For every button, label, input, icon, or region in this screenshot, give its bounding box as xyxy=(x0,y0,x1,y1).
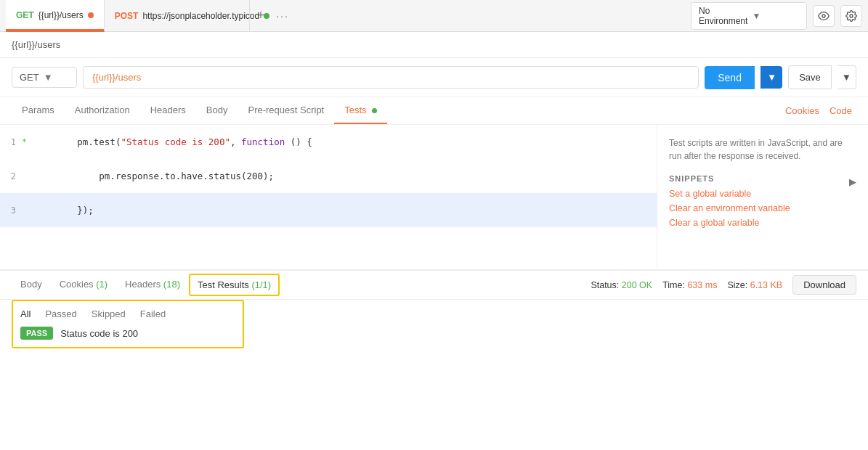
tab-method-post: POST xyxy=(115,11,139,21)
main-area: 1 * pm.test("Status code is 200", functi… xyxy=(0,125,868,270)
pass-badge: PASS xyxy=(20,327,53,340)
test-results-content: All Passed Skipped Failed PASS Status co… xyxy=(0,300,868,360)
size-label: Size: 6.13 KB xyxy=(727,280,782,290)
sub-nav-right: Cookies Code xyxy=(781,98,856,123)
size-value: 6.13 KB xyxy=(750,280,782,290)
code-line-2: 2 pm.response.to.have.status(200); xyxy=(0,159,657,193)
method-chevron-icon: ▼ xyxy=(44,72,53,83)
tab-actions: + ··· xyxy=(254,8,292,23)
nav-params[interactable]: Params xyxy=(12,97,65,124)
nav-pre-request[interactable]: Pre-request Script xyxy=(238,97,334,124)
line-number-2: 2 xyxy=(0,171,22,181)
sub-nav: Params Authorization Headers Body Pre-re… xyxy=(0,97,868,125)
snippet-set-global[interactable]: Set a global variable xyxy=(669,189,856,199)
svg-point-1 xyxy=(850,15,853,17)
snippets-expand-icon[interactable]: ▶ xyxy=(849,176,856,187)
nav-authorization[interactable]: Authorization xyxy=(65,97,140,124)
response-tab-test-results[interactable]: Test Results (1/1) xyxy=(189,274,280,296)
code-content-2: pm.response.to.have.status(200); xyxy=(33,160,657,192)
tab-method-get: GET xyxy=(16,10,34,20)
code-line-3: 3 }); xyxy=(0,193,657,227)
nav-headers[interactable]: Headers xyxy=(140,97,196,124)
line-number-1: 1 xyxy=(0,137,22,147)
snippets-title: SNIPPETS xyxy=(669,174,714,183)
response-tab-headers[interactable]: Headers (18) xyxy=(116,271,189,298)
code-link[interactable]: Code xyxy=(825,98,856,123)
status-label: Status: 200 OK xyxy=(591,280,652,290)
code-line-1: 1 * pm.test("Status code is 200", functi… xyxy=(0,125,657,159)
code-content-3: }); xyxy=(33,194,657,226)
response-area: Body Cookies (1) Headers (18) Test Resul… xyxy=(0,270,868,360)
tab-url-get: {{url}}/users xyxy=(38,10,84,20)
filter-tabs: All Passed Skipped Failed xyxy=(20,308,235,319)
environment-selector[interactable]: No Environment ▼ xyxy=(691,2,807,30)
code-editor[interactable]: 1 * pm.test("Status code is 200", functi… xyxy=(0,125,657,269)
save-button[interactable]: Save xyxy=(788,65,832,89)
svg-point-0 xyxy=(822,15,825,17)
filter-passed[interactable]: Passed xyxy=(45,308,76,319)
tab-dot-post xyxy=(264,13,269,19)
url-input[interactable] xyxy=(83,66,699,89)
download-button[interactable]: Download xyxy=(792,275,856,295)
save-dropdown-button[interactable]: ▼ xyxy=(837,65,856,89)
env-area: No Environment ▼ xyxy=(691,2,862,30)
time-value: 633 ms xyxy=(687,280,717,290)
snippets-panel: Test scripts are written in JavaScript, … xyxy=(657,125,868,269)
snippet-clear-env[interactable]: Clear an environment variable xyxy=(669,203,856,213)
test-results-container: All Passed Skipped Failed PASS Status co… xyxy=(12,300,244,348)
test-name: Status code is 200 xyxy=(60,328,138,339)
send-button[interactable]: Send xyxy=(705,66,755,89)
line-number-3: 3 xyxy=(0,205,22,216)
test-row-1: PASS Status code is 200 xyxy=(20,327,235,340)
response-tab-body[interactable]: Body xyxy=(12,271,51,298)
time-label: Time: 633 ms xyxy=(662,280,717,290)
line-marker-1: * xyxy=(22,137,33,147)
settings-icon-button[interactable] xyxy=(840,5,862,27)
filter-skipped[interactable]: Skipped xyxy=(92,308,126,319)
snippet-clear-global[interactable]: Clear a global variable xyxy=(669,218,856,228)
status-area: Status: 200 OK Time: 633 ms Size: 6.13 K… xyxy=(591,275,856,295)
tab-get-users[interactable]: GET {{url}}/users xyxy=(6,0,105,32)
nav-body[interactable]: Body xyxy=(196,97,238,124)
env-selector-value: No Environment xyxy=(699,6,747,26)
eye-icon-button[interactable] xyxy=(813,5,835,27)
response-tab-cookies[interactable]: Cookies (1) xyxy=(51,271,116,298)
filter-all[interactable]: All xyxy=(20,308,31,319)
chevron-down-icon: ▼ xyxy=(752,11,799,21)
filter-failed[interactable]: Failed xyxy=(140,308,166,319)
tab-post-jsonplaceholder[interactable]: POST https://jsonplaceholder.typicod xyxy=(105,0,250,32)
tests-dot-icon xyxy=(372,108,377,113)
snippets-help-text: Test scripts are written in JavaScript, … xyxy=(669,136,856,163)
request-title: {{url}}/users xyxy=(0,32,868,58)
status-value: 200 OK xyxy=(622,280,652,290)
method-selector[interactable]: GET ▼ xyxy=(12,67,77,88)
response-tabs: Body Cookies (1) Headers (18) Test Resul… xyxy=(0,271,868,300)
url-bar: GET ▼ Send ▼ Save ▼ xyxy=(0,58,868,97)
cookies-link[interactable]: Cookies xyxy=(781,98,824,123)
tab-url-post: https://jsonplaceholder.typicod xyxy=(142,11,259,21)
tab-bar: GET {{url}}/users POST https://jsonplace… xyxy=(0,0,868,32)
code-content-1: pm.test("Status code is 200", function (… xyxy=(33,126,657,158)
send-dropdown-button[interactable]: ▼ xyxy=(760,66,782,89)
method-value: GET xyxy=(20,72,39,83)
more-tabs-button[interactable]: ··· xyxy=(273,10,292,22)
nav-tests[interactable]: Tests xyxy=(334,97,387,124)
tab-dot-get xyxy=(88,12,94,18)
